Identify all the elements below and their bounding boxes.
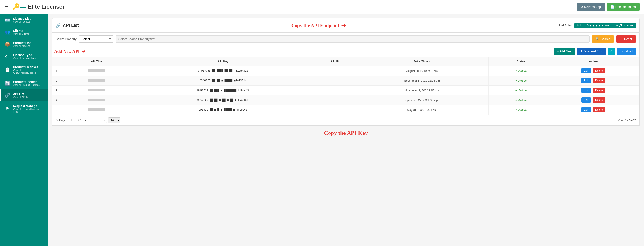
toolbar: Select Property Select 🔍 Search ✕ Reset	[52, 33, 640, 45]
edit-button[interactable]: Edit	[581, 68, 591, 73]
row-entry-time: November 8, 2020 8:55 am	[356, 85, 488, 95]
action-bar: Add New API ➔ + Add New ⬇ Download CSV ⤢…	[52, 45, 640, 57]
search-button[interactable]: 🔍 Search	[592, 35, 614, 43]
add-new-button[interactable]: + Add New	[554, 48, 575, 55]
right-arrow-icon: ➔	[341, 22, 346, 29]
edit-button[interactable]: Edit	[581, 78, 591, 83]
refresh-app-button[interactable]: ⚙ Refresh App	[576, 3, 605, 11]
reload-button[interactable]: ↻ Reload	[617, 48, 636, 55]
edit-button[interactable]: Edit	[581, 88, 591, 93]
row-entry-time: May 31, 2023 10:24 am	[356, 105, 488, 115]
sidebar-item-product-updates[interactable]: 🔄 Product Updates View all Product Updat…	[0, 77, 48, 89]
edit-button[interactable]: Edit	[581, 97, 591, 103]
sidebar-label-license-list: License List	[13, 17, 30, 20]
row-key: 0F00773I ██ ████ ██ ██ -31B8A51B	[132, 66, 314, 76]
expand-button[interactable]: ⤢	[608, 48, 615, 55]
col-num	[52, 57, 61, 66]
request-manage-icon: ⚙	[4, 106, 10, 111]
delete-button[interactable]: Delete	[592, 107, 606, 112]
add-api-annotation: Add New API	[54, 49, 80, 54]
delete-button[interactable]: Delete	[592, 78, 606, 83]
col-title: API Title	[61, 57, 132, 66]
row-status: ✔ Active	[495, 85, 547, 95]
prev-first-button[interactable]: «	[83, 118, 88, 123]
logo-text: Elite Licenser	[28, 3, 64, 10]
row-entry-time: September 27, 2021 3:14 pm	[356, 95, 488, 105]
page-title-icon: 🔗	[56, 23, 60, 28]
row-num: 5	[52, 105, 61, 115]
sidebar-item-api-list[interactable]: 🔗 API List View all API list	[0, 89, 48, 101]
row-ip	[314, 105, 356, 115]
sidebar-label-product-list: Product List	[13, 41, 31, 45]
row-sort	[488, 85, 495, 95]
delete-button[interactable]: Delete	[592, 68, 606, 73]
edit-button[interactable]: Edit	[581, 107, 591, 112]
main-content: 🔗 API List Copy the API Endpoint ➔ End P…	[48, 14, 644, 246]
row-ip	[314, 66, 356, 76]
header-left: ☰ 🔑— Elite Licenser	[4, 3, 64, 10]
sidebar-item-clients[interactable]: 👥 Clients View all Clients	[0, 26, 48, 38]
per-page-select[interactable]: 20 50 100	[108, 117, 120, 123]
row-entry-time: November 1, 2019 11:26 pm	[356, 76, 488, 85]
page-label: Page	[59, 119, 66, 122]
table-header-row: API Title API Key API IP Entry Time ⇅ St…	[52, 57, 640, 66]
clients-icon: 👥	[4, 29, 10, 35]
add-api-arrow-icon: ➔	[82, 48, 86, 54]
select-property-label: Select Property	[56, 37, 76, 41]
sidebar-sub-product-list: View all product	[13, 45, 31, 47]
prev-button[interactable]: ‹	[90, 118, 94, 123]
row-sort	[488, 105, 495, 115]
next-button[interactable]: ›	[96, 118, 100, 123]
row-action: Edit Delete	[547, 66, 640, 76]
api-list-icon: 🔗	[4, 93, 10, 98]
pagination-bar: ⧉ Page of 1 « ‹ › » 20 50 100 View 1 - 5…	[52, 115, 640, 126]
row-key: BFD6211 ██ ███ ■ ████████ D168433	[132, 85, 314, 95]
logo: 🔑— Elite Licenser	[12, 3, 64, 10]
product-list-icon: 📦	[4, 41, 10, 47]
hamburger-menu[interactable]: ☰	[4, 4, 9, 10]
row-action: Edit Delete	[547, 95, 640, 105]
x-icon: ✕	[620, 37, 623, 41]
row-action: Edit Delete	[547, 105, 640, 115]
sidebar-label-product-updates: Product Updates	[13, 80, 40, 84]
sidebar-sub-product-updates: View all Product Updates	[13, 84, 40, 86]
delete-button[interactable]: Delete	[592, 88, 606, 93]
delete-button[interactable]: Delete	[592, 97, 606, 103]
table-row: 408C7F69 ██ ██ ■ ██ ■ ██ ■ F5AFB3FSeptem…	[52, 95, 640, 105]
reset-button[interactable]: ✕ Reset	[616, 35, 636, 43]
sidebar-item-license-list[interactable]: 🪪 License List View all licenses	[0, 14, 48, 26]
sidebar-item-request-manage[interactable]: ⚙ Request Manage View all Request Manage…	[0, 101, 48, 116]
product-licenses-icon: 📋	[4, 67, 10, 72]
row-sort	[488, 66, 495, 76]
endpoint-area: End Point: https://● ● ● ●.com/wp-json/l…	[558, 23, 636, 28]
row-action: Edit Delete	[547, 76, 640, 85]
sidebar-item-product-licenses[interactable]: 📋 Product Licenses View all APBDProductL…	[0, 62, 48, 77]
copy-key-annotation-area: Copy the API Key	[52, 130, 640, 136]
search-input[interactable]	[116, 35, 590, 43]
row-ip	[314, 95, 356, 105]
copy-api-annotation: Copy the API Endpoint	[292, 23, 339, 28]
sidebar-label-product-licenses: Product Licenses	[13, 65, 44, 69]
table-row: 5EDE02B ██ ■ █ ■ █████ ■ 4CE9960May 31, …	[52, 105, 640, 115]
layout: 🪪 License List View all licenses 👥 Clien…	[0, 14, 644, 246]
documentation-button[interactable]: 📄 Documentation	[607, 3, 640, 11]
copy-icon: ⧉	[56, 119, 58, 122]
table-container: API Title API Key API IP Entry Time ⇅ St…	[52, 57, 640, 115]
row-ip	[314, 85, 356, 95]
sidebar-item-product-list[interactable]: 📦 Product List View all product	[0, 38, 48, 50]
sidebar-item-license-type[interactable]: 🏷 License Type View all License Type	[0, 50, 48, 62]
row-key: D3406C2 ██ ██ ■ █████ ■BAB2A14	[132, 76, 314, 85]
col-ip: API IP	[314, 57, 356, 66]
row-ip	[314, 76, 356, 85]
row-title	[61, 85, 132, 95]
row-status: ✔ Active	[495, 76, 547, 85]
download-csv-button[interactable]: ⬇ Download CSV	[576, 48, 606, 55]
add-api-annotation-area: Add New API ➔	[54, 48, 86, 54]
page-number-input[interactable]	[67, 118, 76, 123]
next-last-button[interactable]: »	[102, 118, 107, 123]
property-select[interactable]: Select	[79, 35, 114, 43]
sidebar-sub-api-list: View all API list	[13, 96, 29, 98]
table-row: 2D3406C2 ██ ██ ■ █████ ■BAB2A14November …	[52, 76, 640, 85]
of-label: of 1	[77, 119, 82, 122]
col-entry-time: Entry Time ⇅	[356, 57, 488, 66]
